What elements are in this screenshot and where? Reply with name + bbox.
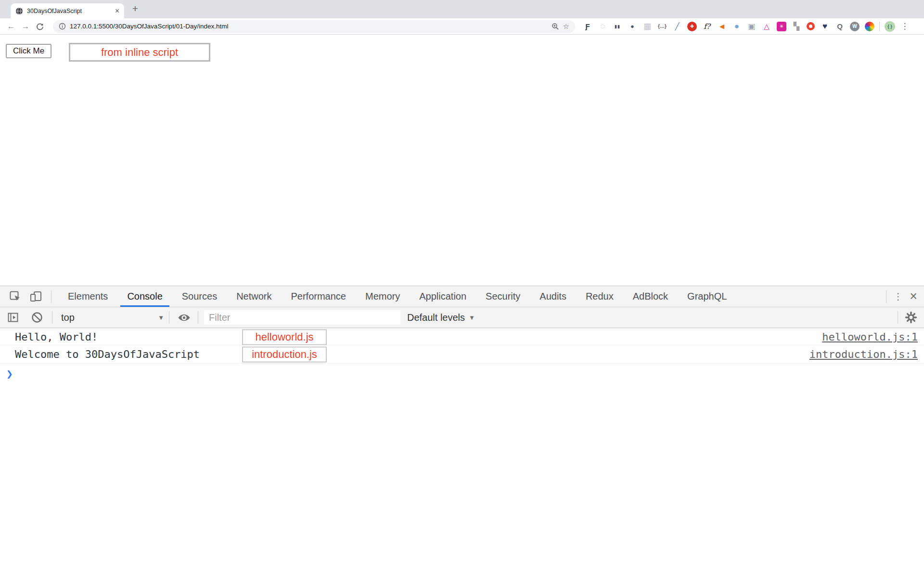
tab-graphql[interactable]: GraphQL <box>678 286 736 307</box>
console-output: Hello, World! helloworld.js helloworld.j… <box>0 328 924 577</box>
console-toolbar-divider <box>198 311 198 324</box>
extension-fontface-icon[interactable]: f? <box>702 22 712 31</box>
reload-button[interactable] <box>33 19 47 34</box>
device-toolbar-icon[interactable] <box>29 290 42 303</box>
tab-performance[interactable]: Performance <box>282 286 356 307</box>
console-toolbar-divider <box>169 311 169 324</box>
tabbar-divider <box>51 290 51 303</box>
click-me-button[interactable]: Click Me <box>6 44 51 58</box>
console-prompt-row[interactable]: ❯ <box>0 364 924 380</box>
live-expression-eye-icon[interactable] <box>177 313 191 323</box>
chevron-down-icon: ▼ <box>158 314 164 321</box>
extension-ring-icon[interactable] <box>807 22 815 30</box>
extension-speed-icon[interactable]: ▮▮ <box>613 22 622 31</box>
tab-adblock[interactable]: AdBlock <box>623 286 678 307</box>
devtools-close-icon[interactable]: × <box>910 290 917 303</box>
back-button[interactable]: ← <box>4 19 18 34</box>
extension-camera-icon[interactable]: ▣ <box>747 22 757 31</box>
zoom-page-icon[interactable] <box>552 23 559 30</box>
toolbar-divider <box>879 22 880 31</box>
extension-colorpicker-icon[interactable]: ╱ <box>672 22 682 31</box>
page-viewport: Click Me from inline script <box>0 35 924 286</box>
annotation-box: introduction.js <box>242 346 327 362</box>
bookmark-star-icon[interactable]: ☆ <box>563 22 569 31</box>
extension-blocker-icon[interactable]: ✚ <box>687 22 697 31</box>
address-bar[interactable]: 127.0.0.1:5500/30DaysOfJavaScript/01-Day… <box>53 20 575 33</box>
tab-audits[interactable]: Audits <box>530 286 576 307</box>
extension-triangle-icon[interactable]: △ <box>762 22 771 31</box>
extension-heart-icon[interactable]: ♥ <box>820 22 830 31</box>
tabbar-right-divider <box>886 290 886 303</box>
profile-avatar[interactable]: { } <box>885 21 895 32</box>
tab-network[interactable]: Network <box>227 286 281 307</box>
tab-console[interactable]: Console <box>117 286 172 307</box>
chevron-down-icon: ▼ <box>469 314 475 321</box>
console-message-row: Welcome to 30DaysOfJavaScript introducti… <box>0 345 924 364</box>
tab-elements[interactable]: Elements <box>58 286 117 307</box>
log-levels-dropdown[interactable]: Default levels ▼ <box>407 312 475 323</box>
extension-pink-gear-icon[interactable]: ✳ <box>777 22 786 31</box>
info-icon[interactable] <box>59 23 66 30</box>
browser-toolbar: ← → 127.0.0.1:5500/30DaysOfJavaScript/01… <box>0 18 924 35</box>
browser-menu-icon[interactable]: ⋮ <box>900 21 910 31</box>
extension-blocks-icon[interactable]: ▚ <box>792 22 801 31</box>
console-message-text: Hello, World! <box>15 331 98 343</box>
context-selector-value: top <box>61 312 75 323</box>
forward-button[interactable]: → <box>18 19 33 34</box>
inline-script-box: from inline script <box>69 43 210 62</box>
context-selector[interactable]: top ▼ <box>61 312 164 323</box>
devtools-panel: Elements Console Sources Network Perform… <box>0 286 924 577</box>
console-prompt-chevron: ❯ <box>6 368 13 380</box>
devtools-tabs: Elements Console Sources Network Perform… <box>58 286 736 307</box>
tab-security[interactable]: Security <box>476 286 530 307</box>
clear-console-icon[interactable] <box>31 311 43 324</box>
browser-tab-strip: 30DaysOfJavaScript × + <box>0 0 924 18</box>
extension-font-icon[interactable]: Ƒ <box>583 22 592 31</box>
extension-q-icon[interactable]: Q <box>835 22 845 31</box>
console-message-row: Hello, World! helloworld.js helloworld.j… <box>0 328 924 345</box>
browser-tab[interactable]: 30DaysOfJavaScript × <box>11 3 124 18</box>
extension-grid-icon[interactable]: ▦ <box>642 22 652 31</box>
tab-application[interactable]: Application <box>410 286 476 307</box>
url-text[interactable]: 127.0.0.1:5500/30DaysOfJavaScript/01-Day… <box>70 23 548 30</box>
devtools-menu-icon[interactable]: ⋮ <box>893 291 903 302</box>
extension-colorwheel-icon[interactable] <box>865 22 874 31</box>
source-link[interactable]: helloworld.js:1 <box>822 331 918 343</box>
devtools-tab-bar: Elements Console Sources Network Perform… <box>0 286 924 307</box>
filter-input[interactable] <box>204 310 400 325</box>
extension-sphere-icon[interactable]: ● <box>732 22 742 31</box>
extension-w-icon[interactable]: W <box>850 22 860 31</box>
extension-code-icon[interactable]: {…} <box>657 22 667 31</box>
settings-gear-icon[interactable] <box>905 311 917 324</box>
extension-strip: Ƒ ◌ ▮▮ ● ▦ {…} ╱ ✚ f? ◀ ● ▣ △ ✳ ▚ ♥ Q W <box>583 22 874 31</box>
globe-favicon-icon <box>15 7 23 15</box>
tab-redux[interactable]: Redux <box>576 286 623 307</box>
tab-memory[interactable]: Memory <box>356 286 410 307</box>
console-toolbar: top ▼ Default levels ▼ <box>0 307 924 328</box>
tab-sources[interactable]: Sources <box>172 286 227 307</box>
extension-megaphone-icon[interactable]: ◀ <box>717 22 727 31</box>
console-message-text: Welcome to 30DaysOfJavaScript <box>15 348 200 360</box>
console-toolbar-right-divider <box>898 311 898 324</box>
inspect-element-icon[interactable] <box>9 290 22 303</box>
console-sidebar-toggle-icon[interactable] <box>7 311 19 324</box>
extension-loom-icon[interactable]: ◌ <box>598 22 607 31</box>
tab-close-icon[interactable]: × <box>115 7 119 15</box>
log-levels-label: Default levels <box>407 312 465 323</box>
console-toolbar-divider <box>52 311 52 324</box>
tab-title: 30DaysOfJavaScript <box>27 8 111 14</box>
new-tab-button[interactable]: + <box>128 1 142 16</box>
extension-bug-icon[interactable]: ● <box>628 22 637 31</box>
source-link[interactable]: introduction.js:1 <box>809 348 918 360</box>
annotation-box: helloworld.js <box>242 329 327 345</box>
